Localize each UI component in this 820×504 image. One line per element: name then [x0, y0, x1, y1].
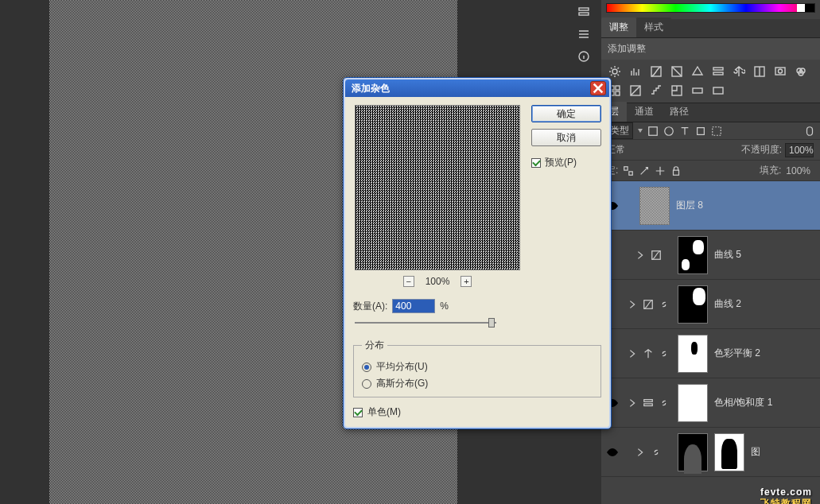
lock-pixels-icon[interactable]	[639, 165, 650, 176]
svg-rect-29	[674, 170, 679, 175]
layer-name[interactable]: 曲线 2	[714, 297, 815, 311]
adj-balance-icon[interactable]	[732, 64, 746, 79]
layers-list[interactable]: 图层 8 曲线 5 曲线 2	[601, 181, 820, 504]
chevron-right-icon[interactable]	[635, 250, 646, 261]
svg-rect-0	[579, 8, 589, 10]
layer-row[interactable]: 曲线 5	[601, 231, 820, 280]
adj-invert-icon[interactable]	[628, 83, 643, 98]
adj-selective-icon[interactable]	[711, 83, 725, 98]
chevron-right-icon[interactable]	[627, 299, 638, 310]
lock-position-icon[interactable]	[655, 165, 666, 176]
adj-levels-icon[interactable]	[628, 64, 643, 79]
layer-row[interactable]: 图	[601, 428, 820, 477]
filter-smart-icon[interactable]	[711, 126, 722, 137]
panel-icon-2[interactable]	[573, 24, 595, 45]
adj-threshold-icon[interactable]	[670, 83, 684, 98]
adj-posterize-icon[interactable]	[649, 83, 663, 98]
tab-styles[interactable]: 样式	[636, 17, 671, 37]
layer-row[interactable]: 曲线 2	[601, 280, 820, 329]
panel-icon-info[interactable]	[573, 46, 595, 67]
chevron-right-icon[interactable]	[627, 348, 638, 359]
gaussian-radio[interactable]	[362, 379, 371, 389]
svg-rect-24	[698, 127, 705, 134]
close-button[interactable]	[590, 81, 606, 95]
hue-adj-icon	[643, 397, 654, 409]
opacity-input[interactable]: 100%	[785, 143, 814, 157]
layer-visibility-toggle[interactable]	[606, 446, 619, 459]
layer-name[interactable]: 图	[751, 445, 815, 459]
adjustments-panel: 添加调整	[601, 38, 820, 103]
adj-gradientmap-icon[interactable]	[690, 83, 705, 98]
filter-adjust-icon[interactable]	[663, 126, 674, 137]
adj-brightness-icon[interactable]	[608, 64, 622, 79]
layer-name[interactable]: 色相/饱和度 1	[714, 396, 815, 409]
gaussian-radio-label: 高斯分布(G)	[376, 377, 428, 390]
filter-shape-icon[interactable]	[695, 126, 706, 137]
adj-photofilter-icon[interactable]	[773, 64, 787, 79]
svg-rect-17	[616, 91, 620, 95]
uniform-radio[interactable]	[362, 362, 371, 372]
add-adjustment-label: 添加调整	[601, 38, 820, 60]
adj-chanmixer-icon[interactable]	[794, 64, 808, 79]
adj-bw-icon[interactable]	[752, 64, 767, 79]
layer-name[interactable]: 色彩平衡 2	[714, 347, 815, 360]
monochrome-checkbox-label: 单色(M)	[367, 405, 401, 419]
dialog-titlebar[interactable]: 添加杂色	[345, 79, 609, 97]
tab-paths[interactable]: 路径	[662, 102, 697, 122]
adj-hue-icon[interactable]	[711, 64, 725, 79]
filter-type-icon[interactable]	[679, 126, 690, 137]
layer-mask-thumbnail[interactable]	[678, 335, 708, 373]
layer-mask-thumbnail[interactable]	[678, 285, 708, 324]
lock-all-icon[interactable]	[670, 165, 682, 176]
svg-rect-1	[579, 13, 589, 15]
tab-channels[interactable]: 通道	[627, 102, 662, 122]
fill-label: 填充:	[760, 164, 781, 177]
lock-transparent-icon[interactable]	[623, 165, 634, 176]
adj-exposure-icon[interactable]	[670, 64, 684, 79]
layer-row[interactable]: 图层 8	[601, 181, 820, 231]
noise-preview[interactable]	[355, 105, 520, 270]
svg-rect-35	[644, 403, 653, 405]
amount-label: 数量(A):	[353, 300, 387, 313]
curves-adj-icon	[651, 250, 662, 261]
amount-slider[interactable]	[355, 318, 496, 328]
slider-thumb[interactable]	[488, 318, 495, 328]
panel-icon-1[interactable]	[573, 2, 595, 22]
zoom-in-button[interactable]: +	[461, 276, 472, 287]
color-swatches-panel[interactable]	[601, 0, 820, 19]
layer-mask-thumbnail[interactable]	[678, 384, 708, 422]
distribution-legend: 分布	[362, 339, 387, 352]
fill-input[interactable]: 100%	[786, 165, 810, 176]
layers-filter-bar: 类型	[601, 122, 820, 140]
link-icon[interactable]	[659, 397, 670, 409]
layer-name[interactable]: 图层 8	[676, 199, 815, 212]
svg-point-10	[779, 69, 783, 73]
adj-curves-icon[interactable]	[649, 64, 663, 79]
color-ramp[interactable]	[606, 3, 815, 13]
tab-adjustments[interactable]: 调整	[601, 17, 636, 37]
layer-name[interactable]: 曲线 5	[714, 248, 815, 262]
layer-mask-thumbnail[interactable]	[678, 236, 708, 274]
layers-blend-row: 正常 不透明度: 100%	[601, 140, 820, 161]
layer-thumbnail[interactable]	[639, 187, 670, 225]
link-icon[interactable]	[659, 299, 670, 310]
filter-toggle-switch[interactable]	[804, 126, 815, 137]
adj-vibrance-icon[interactable]	[690, 64, 705, 79]
ok-button[interactable]: 确定	[531, 105, 601, 122]
layer-row[interactable]: 色相/饱和度 1	[601, 378, 820, 428]
chevron-right-icon[interactable]	[627, 397, 638, 409]
chevron-right-icon[interactable]	[635, 447, 646, 458]
link-icon[interactable]	[651, 447, 662, 458]
amount-input[interactable]	[392, 299, 435, 313]
cancel-button[interactable]: 取消	[531, 129, 601, 146]
layer-mask-thumbnail[interactable]	[714, 433, 744, 471]
link-icon[interactable]	[659, 348, 670, 359]
monochrome-checkbox[interactable]	[353, 408, 363, 417]
preview-checkbox[interactable]	[531, 158, 541, 168]
svg-rect-7	[713, 72, 723, 75]
zoom-out-button[interactable]: −	[403, 276, 414, 287]
layer-row[interactable]: 色彩平衡 2	[601, 329, 820, 378]
layer-thumbnail[interactable]	[678, 433, 708, 471]
svg-point-36	[611, 451, 614, 454]
filter-pixel-icon[interactable]	[647, 126, 659, 137]
